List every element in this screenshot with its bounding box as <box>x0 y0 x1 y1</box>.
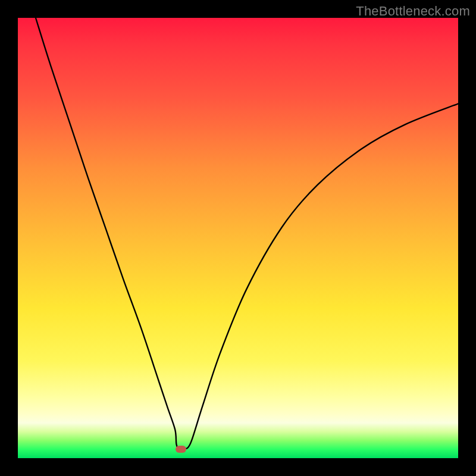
bottleneck-curve <box>36 18 458 449</box>
plot-area <box>18 18 458 458</box>
watermark-text: TheBottleneck.com <box>356 4 470 19</box>
curve-svg <box>18 18 458 458</box>
minimum-marker <box>176 446 186 453</box>
chart-frame: TheBottleneck.com <box>0 0 476 476</box>
